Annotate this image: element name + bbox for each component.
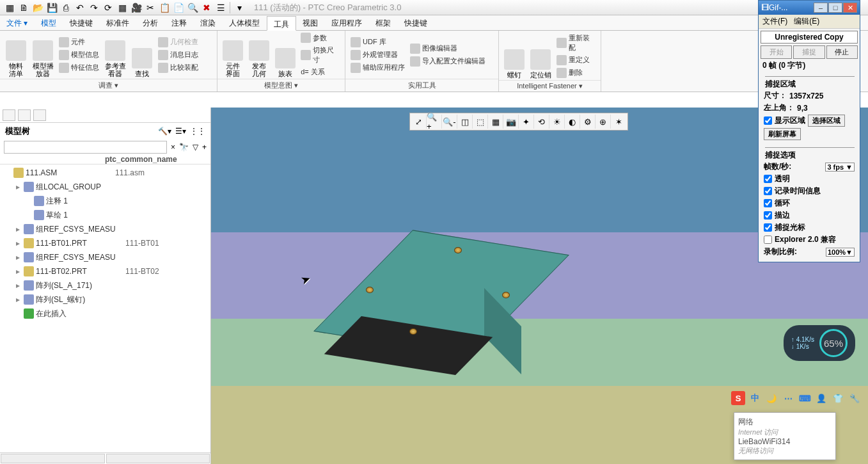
view-tool-button[interactable]: ⚙: [580, 115, 596, 129]
tab-标准件[interactable]: 标准件: [100, 15, 136, 30]
filter-icon[interactable]: ▽: [193, 143, 198, 152]
gif-titlebar[interactable]: 🎞 Gif-... – □ ✕: [759, 1, 860, 15]
gif-menu-edit[interactable]: 编辑(E): [794, 16, 819, 27]
gif-menu-file[interactable]: 文件(F): [762, 16, 787, 27]
qat-dropdown[interactable]: ▾: [233, 1, 246, 14]
view-tool-button[interactable]: 📷: [503, 115, 519, 129]
stroke-checkbox[interactable]: [764, 211, 772, 220]
view-tool-button[interactable]: ✦: [519, 115, 534, 129]
aux-app-button[interactable]: 辅助应用程序: [349, 62, 406, 74]
panel-tab[interactable]: [18, 109, 31, 121]
network-popup[interactable]: 网络 Internet 访问 LieBaoWiFi314 无网络访问: [734, 412, 836, 460]
refresh-button[interactable]: 刷新屏幕: [764, 128, 801, 140]
qat-btn[interactable]: 🔍: [186, 1, 199, 14]
ribbon-group-label[interactable]: Intelligent Fastener ▾: [499, 80, 601, 92]
ribbon-group-label[interactable]: 调查 ▾: [0, 79, 217, 92]
view-tool-button[interactable]: ⬚: [473, 115, 488, 129]
view-tool-button[interactable]: ◐: [565, 115, 580, 129]
tab-工具[interactable]: 工具: [267, 16, 296, 31]
family-table-button[interactable]: 族表: [273, 32, 297, 77]
tree-row[interactable]: ▸111-BT02.PRT111-BT02: [0, 264, 210, 278]
qat-btn[interactable]: ☰: [214, 1, 227, 14]
select-area-button[interactable]: 选择区域: [808, 115, 845, 127]
show-area-checkbox[interactable]: [764, 116, 772, 125]
close-button[interactable]: ✕: [843, 3, 857, 13]
ime-button[interactable]: 👤: [814, 391, 828, 405]
ime-button[interactable]: 👕: [831, 391, 845, 405]
geom-check-button[interactable]: 几何检查: [157, 36, 200, 48]
compare-asm-button[interactable]: 比较装配: [157, 62, 200, 74]
ime-button[interactable]: 中: [748, 391, 762, 405]
tab-模型[interactable]: 模型: [35, 15, 63, 30]
tab-注释[interactable]: 注释: [165, 15, 194, 30]
stop-button[interactable]: 停止: [826, 45, 858, 59]
tool-icon[interactable]: ☰▾: [175, 127, 186, 136]
tab-人体模型[interactable]: 人体模型: [223, 15, 267, 30]
appearance-mgr-button[interactable]: 外观管理器: [349, 49, 406, 61]
qat-btn[interactable]: 💾: [45, 1, 58, 14]
ime-button[interactable]: S: [731, 391, 745, 405]
redefine-button[interactable]: 重定义: [555, 54, 597, 66]
scrollbar[interactable]: [0, 452, 210, 464]
tab-快捷键[interactable]: 快捷键: [398, 15, 434, 30]
tree-row[interactable]: 在此插入: [0, 307, 210, 321]
loop-checkbox[interactable]: [764, 199, 772, 207]
panel-tab[interactable]: [33, 109, 46, 121]
qat-btn[interactable]: ▦: [3, 1, 16, 14]
view-tool-button[interactable]: ⤢: [411, 115, 427, 129]
model-info-button[interactable]: 模型信息: [58, 49, 100, 61]
switch-dim-button[interactable]: 切换尺寸: [299, 45, 341, 65]
cursor-checkbox[interactable]: [764, 223, 772, 232]
model-block[interactable]: [339, 236, 531, 364]
view-tool-button[interactable]: ✶: [611, 115, 626, 129]
view-tool-button[interactable]: 🔍+: [427, 115, 442, 129]
component-button[interactable]: 元件: [58, 36, 100, 48]
timeinfo-checkbox[interactable]: [764, 187, 772, 195]
fps-select[interactable]: 3 fps ▼: [825, 163, 855, 172]
tab-框架[interactable]: 框架: [369, 15, 398, 30]
add-icon[interactable]: +: [202, 143, 207, 152]
search-icon[interactable]: ×: [171, 143, 175, 152]
bom-button[interactable]: 物料清单: [4, 32, 28, 77]
tree-row[interactable]: ▸111-BT01.PRT111-BT01: [0, 236, 210, 250]
network-meter[interactable]: ↑ 4.1K/s ↓ 1K/s 65%: [784, 325, 855, 361]
delete-button[interactable]: 删除: [555, 67, 597, 79]
file-menu[interactable]: 文件 ▾: [0, 15, 35, 30]
qat-btn[interactable]: ↶: [74, 1, 86, 14]
binoculars-icon[interactable]: 🔭: [179, 143, 189, 152]
ratio-select[interactable]: 100%▼: [826, 248, 855, 257]
minimize-button[interactable]: –: [814, 3, 828, 13]
qat-btn[interactable]: ⎙: [59, 1, 72, 14]
qat-btn[interactable]: ⟳: [102, 1, 114, 14]
tree-row[interactable]: ▸阵列(SL_螺钉): [0, 292, 210, 307]
tree-row[interactable]: ▸阵列(SL_A_171): [0, 278, 210, 292]
tool-icon[interactable]: 🔨▾: [158, 127, 171, 136]
image-editor-button[interactable]: 图像编辑器: [409, 43, 487, 54]
qat-btn[interactable]: ▦: [116, 1, 129, 14]
qat-btn[interactable]: 🗎: [17, 1, 30, 14]
qat-btn[interactable]: ✖: [200, 1, 213, 14]
ref-viewer-button[interactable]: 参考查看器: [103, 32, 127, 77]
qat-btn[interactable]: 📄: [172, 1, 185, 14]
tree-row[interactable]: 注释 1: [0, 194, 210, 208]
model-tree[interactable]: 111.ASM111.asm▸组LOCAL_GROUP注释 1草绘 1▸组REF…: [0, 164, 210, 452]
ie-compat-checkbox[interactable]: [764, 236, 772, 244]
view-tool-button[interactable]: ⟲: [534, 115, 549, 129]
udf-lib-button[interactable]: UDF 库: [349, 36, 406, 48]
ime-button[interactable]: 🔧: [848, 391, 862, 405]
tab-分析[interactable]: 分析: [136, 15, 165, 30]
ribbon-group-label[interactable]: 模型意图 ▾: [217, 79, 345, 92]
tree-search-input[interactable]: [4, 141, 167, 154]
gif-recorder-window[interactable]: 🎞 Gif-... – □ ✕ 文件(F) 编辑(E) Unregistered…: [758, 0, 860, 262]
tool-icon[interactable]: ⋮⋮: [190, 127, 205, 136]
qat-btn[interactable]: 📂: [31, 1, 44, 14]
comp-interface-button[interactable]: 元件界面: [221, 32, 245, 77]
import-config-editor-button[interactable]: 导入配置文件编辑器: [409, 56, 487, 67]
screw-button[interactable]: 螺钉: [503, 32, 526, 79]
tab-应用程序[interactable]: 应用程序: [325, 15, 369, 30]
tree-row[interactable]: ▸组LOCAL_GROUP: [0, 180, 210, 194]
start-button[interactable]: 开始: [761, 45, 792, 59]
qat-btn[interactable]: ✂: [144, 1, 157, 14]
qat-btn[interactable]: ↷: [88, 1, 100, 14]
tree-row[interactable]: ▸组REF_CSYS_MEASU: [0, 250, 210, 264]
